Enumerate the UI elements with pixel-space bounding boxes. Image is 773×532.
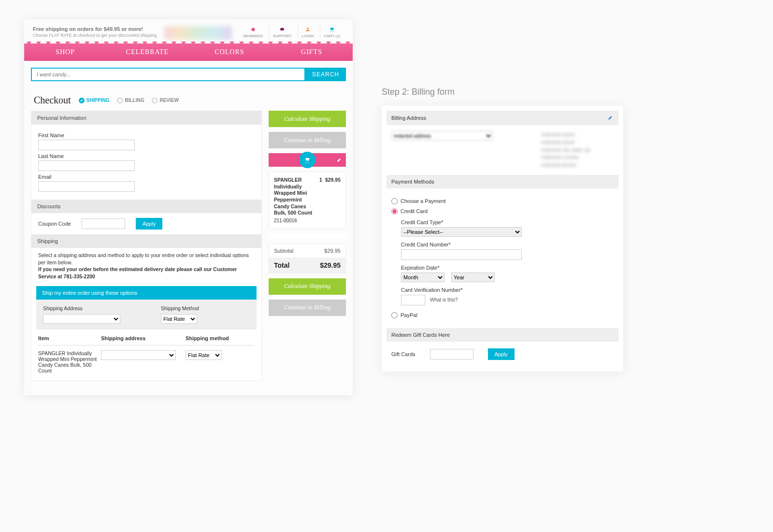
cc-number-field[interactable] [401, 249, 522, 260]
line-item-price: $29.95 [325, 177, 341, 224]
checkout-page: Free shipping on orders for $49.95 or mo… [24, 19, 353, 395]
checkout-form: Personal Information First Name Last Nam… [31, 111, 262, 381]
coupon-field[interactable] [82, 218, 125, 229]
svg-point-0 [251, 28, 255, 31]
receipt-edge-decoration [269, 234, 346, 239]
nav-colors[interactable]: COLORS [188, 48, 271, 56]
discounts-header: Discounts [31, 200, 261, 213]
cart-line-items: SPANGLER Individually Wrapped Mini Peppe… [269, 172, 346, 229]
header-utility-links: REWARDS SUPPORT LOGIN CART (1) [239, 26, 344, 38]
cvv-field[interactable] [401, 295, 425, 305]
rewards-icon [250, 26, 257, 33]
search-input[interactable] [31, 68, 305, 81]
promo-text: Free shipping on orders for $49.95 or mo… [33, 26, 157, 32]
first-name-label: First Name [38, 132, 255, 138]
credit-card-form: Credit Card Type* --Please Select-- Cred… [391, 219, 614, 305]
login-link[interactable]: LOGIN [298, 26, 318, 38]
edit-icon[interactable] [608, 115, 614, 121]
apply-gift-card-button[interactable]: Apply [488, 348, 515, 360]
page-title: Checkout [34, 95, 71, 106]
cc-number-label: Credit Card Number* [401, 242, 614, 247]
billing-form-card: Billing Address redacted address redacte… [382, 106, 623, 372]
exp-month-select[interactable]: Month [401, 273, 444, 282]
nav-gifts[interactable]: GIFTS [271, 48, 353, 56]
line-item-qty: 1 [319, 177, 322, 224]
shipping-method-select[interactable]: Flat Rate [161, 314, 197, 324]
gift-card-field[interactable] [430, 349, 473, 359]
main-nav: SHOP CELEBRATE COLORS GIFTS [24, 43, 353, 61]
step-shipping[interactable]: SHIPPING [79, 98, 110, 103]
order-summary: Calculate Shipping Continue to Billing S… [269, 111, 346, 316]
billing-address-select[interactable]: redacted address [391, 131, 493, 141]
table-row: SPANGLER Individually Wrapped Mini Peppe… [38, 345, 255, 374]
support-icon [279, 26, 286, 33]
choose-payment-radio[interactable]: Choose a Payment [391, 198, 614, 204]
total-value: $29.95 [320, 261, 341, 269]
item-shipping-table: Item Shipping address Shipping method SP… [31, 330, 261, 380]
circle-icon [152, 98, 157, 103]
cart-link[interactable]: CART (1) [320, 26, 344, 38]
subtotal-value: $29.95 [324, 248, 341, 254]
shipping-address-select[interactable] [43, 314, 120, 324]
credit-card-radio[interactable]: Credit Card [391, 208, 614, 215]
promo-subtext: Choose FLAT RATE at checkout to get your… [33, 33, 157, 38]
support-link[interactable]: SUPPORT [269, 26, 296, 38]
step-review[interactable]: REVIEW [152, 98, 178, 103]
calculate-shipping-button-2[interactable]: Calculate Shipping [269, 278, 346, 295]
rewards-link[interactable]: REWARDS [239, 26, 267, 38]
continue-billing-button-2[interactable]: Continue to Billing [269, 300, 346, 316]
gift-cards-header: Redeem Gift Cards Here [386, 328, 618, 342]
col-header-address: Shipping address [101, 335, 186, 341]
last-name-label: Last Name [38, 153, 255, 159]
what-is-this-link[interactable]: What is this? [430, 297, 458, 302]
step-billing[interactable]: BILLING [117, 98, 144, 103]
cart-badge-icon [299, 152, 315, 168]
cc-type-select[interactable]: --Please Select-- [401, 227, 522, 237]
cart-icon [329, 26, 335, 33]
total-label: Total [274, 261, 289, 269]
item-name: SPANGLER Individually Wrapped Mini Peppe… [38, 350, 101, 374]
totals-box: Subtotal$29.95 Total$29.95 [269, 244, 346, 273]
calculate-shipping-button[interactable]: Calculate Shipping [269, 111, 346, 127]
apply-coupon-button[interactable]: Apply [136, 218, 163, 230]
coupon-label: Coupon Code [38, 221, 71, 227]
billing-address-header: Billing Address [386, 111, 618, 125]
email-field[interactable] [38, 181, 135, 192]
subtotal-label: Subtotal [274, 248, 293, 254]
nav-celebrate[interactable]: CELEBRATE [106, 48, 188, 56]
item-address-select[interactable] [101, 350, 176, 360]
nav-shop[interactable]: SHOP [24, 48, 106, 56]
last-name-field[interactable] [38, 160, 135, 171]
search-bar: SEARCH [24, 61, 353, 88]
page-header: Free shipping on orders for $49.95 or mo… [24, 19, 353, 43]
shipping-address-label: Shipping Address [43, 305, 132, 311]
check-icon [79, 98, 85, 103]
cart-header-bar [269, 153, 346, 167]
circle-icon [117, 98, 123, 103]
paypal-radio[interactable]: PayPal [391, 312, 614, 318]
email-label: Email [38, 174, 255, 180]
line-item-name: SPANGLER Individually Wrapped Mini Peppe… [274, 177, 316, 224]
col-header-item: Item [38, 335, 101, 341]
cvv-label: Card Verification Number* [401, 287, 614, 293]
payment-methods-header: Payment Methods [386, 175, 618, 188]
personal-info-header: Personal Information [31, 111, 261, 125]
svg-point-2 [307, 28, 309, 29]
checkout-steps-header: Checkout SHIPPING BILLING REVIEW [24, 88, 353, 111]
item-method-select[interactable]: Flat Rate [186, 350, 222, 360]
shipping-instructions: Select a shipping address and method to … [31, 248, 261, 286]
exp-label: Expiration Date* [401, 265, 614, 271]
search-button[interactable]: SEARCH [305, 68, 346, 81]
step2-heading: Step 2: Billing form [382, 87, 623, 97]
col-header-method: Shipping method [186, 335, 255, 341]
shipping-method-label: Shipping Method [161, 305, 250, 311]
svg-point-1 [280, 28, 284, 31]
cc-type-label: Credit Card Type* [401, 219, 614, 225]
billing-address-display: redacted nameredacted streetredacted cit… [541, 131, 614, 169]
exp-year-select[interactable]: Year [451, 273, 495, 282]
continue-billing-button[interactable]: Continue to Billing [269, 132, 346, 148]
first-name-field[interactable] [38, 140, 135, 150]
shipping-banner: Ship my entire order using these options [36, 286, 257, 300]
edit-cart-icon[interactable] [337, 157, 342, 163]
site-logo [164, 26, 232, 40]
